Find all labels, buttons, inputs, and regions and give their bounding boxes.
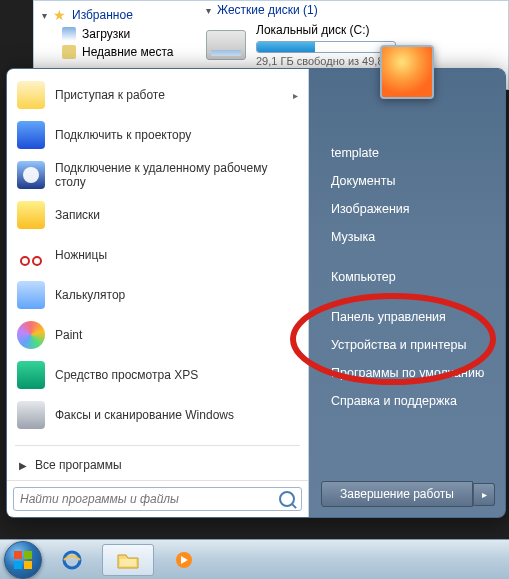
right-menu-item[interactable]: template	[327, 139, 493, 167]
program-label: Калькулятор	[55, 288, 125, 302]
ic-proj-icon	[17, 121, 45, 149]
search-box[interactable]	[13, 487, 302, 511]
ic-calc-icon	[17, 281, 45, 309]
disk-usage-bar	[256, 41, 396, 53]
start-menu-left-pane: Приступая к работеПодключить к проектору…	[7, 69, 309, 517]
svg-rect-2	[24, 551, 32, 559]
chevron-down-icon: ▾	[42, 10, 47, 21]
program-item[interactable]: Подключить к проектору	[7, 115, 308, 155]
taskbar	[0, 539, 509, 579]
program-label: Подключить к проектору	[55, 128, 191, 142]
program-item[interactable]: Экранная лупа	[7, 435, 308, 441]
shutdown-label: Завершение работы	[340, 487, 454, 501]
program-item[interactable]: Paint	[7, 315, 308, 355]
disk-name: Локальный диск (C:)	[256, 23, 498, 37]
program-item[interactable]: Приступая к работе	[7, 75, 308, 115]
program-item[interactable]: Подключение к удаленному рабочему столу	[7, 155, 308, 195]
disks-header-label: Жесткие диски (1)	[217, 3, 318, 17]
separator	[327, 291, 493, 303]
windows-logo-icon	[13, 550, 33, 570]
program-label: Ножницы	[55, 248, 107, 262]
svg-rect-3	[14, 561, 22, 569]
favorites-item-downloads[interactable]: Загрузки	[34, 25, 194, 43]
taskbar-item-media-player[interactable]	[158, 544, 210, 576]
chevron-down-icon: ▾	[206, 5, 211, 16]
media-player-icon	[172, 550, 196, 570]
start-menu-right-pane: templateДокументыИзображенияМузыкаКомпью…	[309, 69, 505, 517]
ic-scis-icon	[17, 241, 45, 269]
star-icon: ★	[53, 7, 66, 23]
right-menu-item[interactable]: Документы	[327, 167, 493, 195]
program-item[interactable]: Средство просмотра XPS	[7, 355, 308, 395]
svg-rect-1	[14, 551, 22, 559]
program-label: Приступая к работе	[55, 88, 165, 102]
ic-start-icon	[17, 81, 45, 109]
right-menu-item[interactable]: Устройства и принтеры	[327, 331, 493, 359]
favorites-label: Избранное	[72, 8, 133, 22]
ie-icon	[60, 550, 84, 570]
right-menu-item[interactable]: Панель управления	[327, 303, 493, 331]
svg-rect-6	[120, 559, 136, 566]
separator	[15, 445, 300, 446]
favorites-item-recent[interactable]: Недавние места	[34, 43, 194, 61]
shutdown-area: Завершение работы ▸	[321, 481, 495, 507]
favorites-item-label: Недавние места	[82, 45, 173, 59]
right-menu-item[interactable]: Справка и поддержка	[327, 387, 493, 415]
triangle-right-icon: ▶	[19, 460, 27, 471]
favorites-item-label: Загрузки	[82, 27, 130, 41]
program-item[interactable]: Ножницы	[7, 235, 308, 275]
program-item[interactable]: Записки	[7, 195, 308, 235]
disk-free-text: 29,1 ГБ свободно из 49,8 ГБ	[256, 55, 498, 67]
search-area	[7, 480, 308, 517]
taskbar-item-ie[interactable]	[46, 544, 98, 576]
taskbar-item-explorer[interactable]	[102, 544, 154, 576]
start-button[interactable]	[4, 541, 42, 579]
shutdown-options-button[interactable]: ▸	[473, 483, 495, 506]
ic-notes-icon	[17, 201, 45, 229]
program-label: Факсы и сканирование Windows	[55, 408, 234, 422]
pinned-programs-list: Приступая к работеПодключить к проектору…	[7, 69, 308, 441]
recent-icon	[62, 45, 76, 59]
all-programs-label: Все программы	[35, 458, 122, 472]
disk-item[interactable]: Локальный диск (C:) 29,1 ГБ свободно из …	[206, 23, 498, 67]
right-menu-item[interactable]: Компьютер	[327, 263, 493, 291]
program-item[interactable]: Калькулятор	[7, 275, 308, 315]
all-programs[interactable]: ▶ Все программы	[7, 450, 308, 480]
hard-disk-icon	[206, 30, 246, 60]
favorites-header[interactable]: ▾ ★ Избранное	[34, 5, 194, 25]
right-menu-item[interactable]: Изображения	[327, 195, 493, 223]
program-label: Подключение к удаленному рабочему столу	[55, 161, 298, 189]
right-menu-item[interactable]: Программы по умолчанию	[327, 359, 493, 387]
folder-icon	[116, 550, 140, 570]
ic-fax-icon	[17, 401, 45, 429]
svg-point-5	[64, 552, 80, 568]
program-label: Записки	[55, 208, 100, 222]
search-input[interactable]	[20, 492, 279, 506]
downloads-icon	[62, 27, 76, 41]
start-menu: Приступая к работеПодключить к проектору…	[6, 68, 506, 518]
ic-rdp-icon	[17, 161, 45, 189]
separator	[327, 251, 493, 263]
ic-xps-icon	[17, 361, 45, 389]
program-label: Средство просмотра XPS	[55, 368, 198, 382]
svg-rect-4	[24, 561, 32, 569]
user-picture[interactable]	[380, 45, 434, 99]
ic-paint-icon	[17, 321, 45, 349]
program-label: Paint	[55, 328, 82, 342]
program-item[interactable]: Факсы и сканирование Windows	[7, 395, 308, 435]
right-menu-item[interactable]: Музыка	[327, 223, 493, 251]
search-icon	[279, 491, 295, 507]
shutdown-button[interactable]: Завершение работы	[321, 481, 473, 507]
disks-group-header[interactable]: ▾ Жесткие диски (1)	[206, 3, 498, 17]
disk-info: Локальный диск (C:) 29,1 ГБ свободно из …	[256, 23, 498, 67]
